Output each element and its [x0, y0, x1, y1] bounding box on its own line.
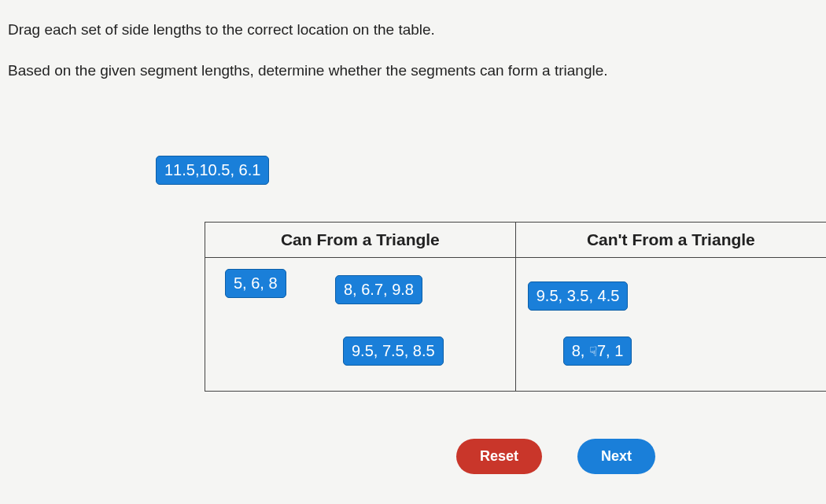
instructions-block: Drag each set of side lengths to the cor…	[8, 20, 826, 81]
draggable-chip-free[interactable]: 11.5,10.5, 6.1	[156, 156, 269, 185]
chip-text-suffix: 7, 1	[597, 342, 623, 359]
sorting-table: Can From a Triangle Can't From a Triangl…	[205, 222, 826, 392]
drop-zone-cant[interactable]: 9.5, 3.5, 4.5 8, ☟7, 1	[515, 258, 826, 392]
drop-zone-can[interactable]: 5, 6, 8 8, 6.7, 9.8 9.5, 7.5, 8.5	[205, 258, 516, 392]
button-row: Reset Next	[456, 439, 655, 474]
draggable-chip[interactable]: 8, 6.7, 9.8	[335, 275, 422, 304]
hand-cursor-icon: ☟	[589, 345, 597, 359]
header-cant-form: Can't From a Triangle	[515, 223, 826, 258]
chip-text-prefix: 8,	[572, 342, 589, 359]
draggable-chip[interactable]: 9.5, 7.5, 8.5	[343, 337, 444, 366]
draggable-chip[interactable]: 5, 6, 8	[225, 269, 286, 298]
instruction-line-1: Drag each set of side lengths to the cor…	[8, 20, 826, 41]
draggable-chip[interactable]: 9.5, 3.5, 4.5	[528, 281, 629, 311]
reset-button[interactable]: Reset	[456, 439, 542, 474]
instruction-line-2: Based on the given segment lengths, dete…	[8, 61, 826, 82]
header-can-form: Can From a Triangle	[205, 223, 516, 258]
draggable-chip-with-cursor[interactable]: 8, ☟7, 1	[563, 337, 632, 366]
next-button[interactable]: Next	[577, 439, 655, 474]
